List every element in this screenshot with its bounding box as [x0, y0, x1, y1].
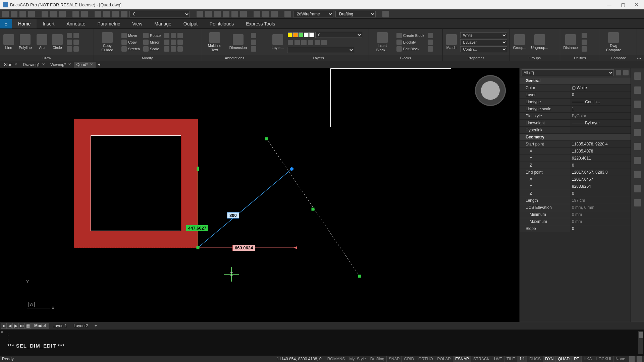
- layer-select[interactable]: 0: [315, 32, 362, 38]
- draw-mini1[interactable]: [66, 33, 79, 39]
- prop-lw-value[interactable]: ——— ByLayer: [570, 120, 631, 126]
- match-button[interactable]: Match: [445, 34, 458, 50]
- stretch-button[interactable]: Stretch: [121, 46, 141, 52]
- tab-layout2[interactable]: Layout2: [70, 323, 91, 329]
- doc-tab-drawing1[interactable]: Drawing1✕: [20, 62, 48, 68]
- viewcube[interactable]: [475, 75, 506, 106]
- panel-tab-4-icon[interactable]: [634, 115, 641, 122]
- util-mini1[interactable]: [581, 33, 588, 39]
- doc-tab-viewing[interactable]: Viewing*✕: [48, 62, 73, 68]
- prop-slope-value[interactable]: 0: [570, 225, 631, 232]
- prop-layer-value[interactable]: 0: [570, 92, 631, 98]
- copy-button[interactable]: Copy: [121, 39, 141, 45]
- anno-mini2[interactable]: [250, 39, 257, 45]
- qa-layer-select[interactable]: 0: [129, 11, 190, 17]
- layout-last[interactable]: ⏭: [19, 323, 25, 329]
- layout-first[interactable]: ⏮: [1, 323, 7, 329]
- tab-pointclouds[interactable]: Pointclouds: [204, 19, 240, 28]
- grip[interactable]: [358, 275, 361, 278]
- close-icon[interactable]: ✕: [14, 62, 17, 67]
- status-toggle-quad[interactable]: QUAD: [555, 356, 572, 362]
- quick-select-icon[interactable]: [616, 70, 621, 75]
- status-toggle-lwt[interactable]: LWT: [492, 356, 504, 362]
- prop-epz-value[interactable]: 0: [570, 190, 631, 197]
- status-toggle-1:1[interactable]: 1:1: [517, 356, 527, 362]
- tab-manage[interactable]: Manage: [148, 19, 177, 28]
- insert-block-button[interactable]: Insert Block...: [371, 32, 394, 52]
- prop-sp-value[interactable]: 11385.4078, 9220.4: [570, 141, 631, 147]
- maximize-button[interactable]: ▢: [621, 2, 625, 7]
- grip[interactable]: [197, 246, 200, 249]
- close-icon[interactable]: ✕: [68, 62, 71, 67]
- toggle-pickadd-icon[interactable]: [623, 70, 629, 75]
- tab-output[interactable]: Output: [177, 19, 204, 28]
- status-toggle-lockui[interactable]: LOCKUI: [594, 356, 613, 362]
- tab-model[interactable]: Model: [31, 323, 49, 329]
- layers-button[interactable]: Layer...: [270, 34, 285, 50]
- blocks-mini2[interactable]: [427, 39, 434, 45]
- blocks-mini1[interactable]: [427, 33, 434, 39]
- blockify-button[interactable]: Blockify: [396, 39, 425, 45]
- status-coords[interactable]: 11140.854, 8300.4188, 0: [273, 357, 325, 361]
- util-mini2[interactable]: [581, 39, 588, 45]
- panel-tab-7-icon[interactable]: [634, 157, 641, 164]
- qa-tool4-icon[interactable]: [223, 11, 229, 17]
- scale-button[interactable]: Scale: [143, 46, 161, 52]
- close-button[interactable]: ✕: [635, 2, 639, 7]
- prop-spy-value[interactable]: 9220.4011: [570, 155, 631, 162]
- create-block-button[interactable]: Create Block: [396, 33, 425, 39]
- doc-tab-start[interactable]: Start✕: [1, 62, 20, 68]
- status-tray-icon[interactable]: [637, 356, 642, 362]
- qa-tool5-icon[interactable]: [231, 11, 238, 17]
- grip-arrow[interactable]: [290, 167, 294, 171]
- tab-view[interactable]: View: [126, 19, 148, 28]
- status-textstyle[interactable]: ROMANS: [325, 356, 347, 362]
- qa-new-icon[interactable]: [2, 11, 9, 17]
- blocks-mini3[interactable]: [427, 46, 434, 52]
- arc-button[interactable]: Arc: [35, 34, 49, 50]
- minimize-button[interactable]: —: [607, 2, 611, 7]
- panel-tab-8-icon[interactable]: [634, 171, 641, 178]
- prop-ltscale-value[interactable]: 1: [570, 106, 631, 112]
- status-toggle-hka[interactable]: HKA: [581, 356, 594, 362]
- qa-help-icon[interactable]: [382, 11, 389, 17]
- prop-ltype-value[interactable]: ——— Contin...: [570, 99, 631, 105]
- doc-tab-add[interactable]: +: [96, 62, 103, 67]
- qa-open-icon[interactable]: [11, 11, 17, 17]
- qa-tool6-icon[interactable]: [240, 11, 247, 17]
- modify-mini2[interactable]: [163, 39, 183, 45]
- tab-home[interactable]: Home: [12, 19, 37, 28]
- panel-tab-9-icon[interactable]: [634, 185, 641, 192]
- qa-freeze-icon[interactable]: [103, 11, 110, 17]
- status-toggle-polar[interactable]: POLAR: [435, 356, 453, 362]
- selection-filter[interactable]: All (2): [522, 69, 614, 76]
- prop-epy-value[interactable]: 8283.8254: [570, 183, 631, 190]
- status-toggle-esnap[interactable]: ESNAP: [453, 356, 471, 362]
- dimension-button[interactable]: Dimension: [228, 34, 248, 50]
- tab-insert[interactable]: Insert: [37, 19, 60, 28]
- panel-tab-1-icon[interactable]: [634, 72, 641, 80]
- qa-tool3-icon[interactable]: [214, 11, 221, 17]
- close-icon[interactable]: ✕: [42, 62, 45, 67]
- qa-color-icon[interactable]: [121, 11, 127, 17]
- mtext-button[interactable]: Multiline Text: [203, 32, 226, 52]
- ungroup-button[interactable]: Ungroup...: [530, 34, 549, 50]
- distance-button[interactable]: Distance: [562, 34, 579, 50]
- copy-guided-button[interactable]: Copy Guided: [96, 32, 119, 52]
- draw-mini3[interactable]: [66, 46, 79, 52]
- line-button[interactable]: Line: [2, 34, 15, 50]
- status-dimstyle[interactable]: My_Style: [347, 356, 368, 362]
- close-icon[interactable]: ✕: [90, 62, 93, 67]
- tab-layout-add[interactable]: +: [91, 323, 100, 329]
- group-button[interactable]: Group...: [512, 34, 528, 50]
- qa-tool9-icon[interactable]: [271, 11, 278, 17]
- layout-next[interactable]: ▶: [13, 323, 19, 329]
- qa-saveas-icon[interactable]: [28, 11, 35, 17]
- scrollbar[interactable]: [638, 331, 643, 354]
- qa-tool7-icon[interactable]: [254, 11, 260, 17]
- prop-lw-select[interactable]: ByLayer: [460, 39, 507, 45]
- tab-annotate[interactable]: Annotate: [60, 19, 91, 28]
- anno-mini1[interactable]: [250, 33, 257, 39]
- qa-tool1-icon[interactable]: [197, 11, 203, 17]
- draw-mini2[interactable]: [66, 39, 79, 45]
